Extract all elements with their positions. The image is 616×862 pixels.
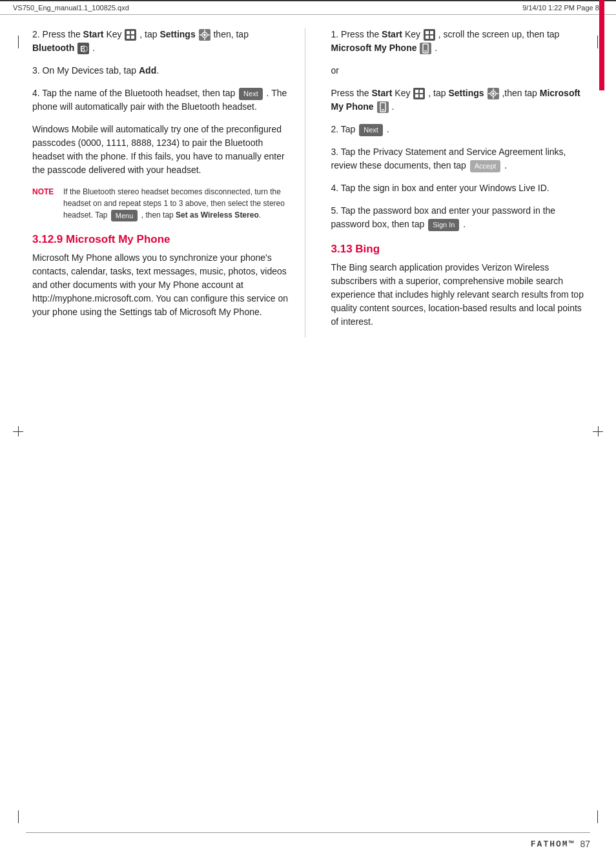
left-column: 2. Press the Start Key , tap Settings th… <box>32 28 305 338</box>
page-header: VS750_Eng_manual1.1_100825.qxd 9/14/10 1… <box>0 0 616 15</box>
right-margin-bar <box>599 0 604 90</box>
right-item-1: 1. Press the Start Key , scroll the scre… <box>331 28 591 55</box>
right-item-5: 5. Tap the password box and enter your p… <box>331 204 591 231</box>
svg-rect-15 <box>424 29 435 41</box>
svg-rect-24 <box>415 90 418 93</box>
header-right: 9/14/10 1:22 PM Page 87 <box>522 4 603 12</box>
section-heading-bing: 3.13 Bing <box>331 243 591 256</box>
top-right-registration <box>597 36 598 48</box>
svg-text:B: B <box>80 45 85 54</box>
svg-point-30 <box>492 92 495 95</box>
svg-rect-27 <box>420 94 423 97</box>
right-item2-text2: . <box>387 124 389 134</box>
settings-icon <box>199 29 210 41</box>
bottom-right-registration <box>597 810 598 823</box>
svg-rect-17 <box>430 31 433 34</box>
settings-icon-r1b <box>488 88 499 99</box>
next-button-r2: Next <box>359 124 383 136</box>
note-text: If the Bluetooth stereo headset becomes … <box>63 186 292 221</box>
item2-text4: . <box>92 43 95 53</box>
menu-button-inline: Menu <box>111 210 138 222</box>
bing-para: The Bing search application provides Ver… <box>331 261 591 329</box>
right-item1b-text2: , tap Settings <box>428 88 486 98</box>
item-3: 3. On My Devices tab, tap Add. <box>32 64 292 77</box>
windows-mobile-para: Windows Mobile will automatically try on… <box>32 123 292 177</box>
svg-rect-4 <box>131 36 134 39</box>
center-left-mark <box>13 426 23 436</box>
svg-rect-26 <box>415 94 418 97</box>
note-block: NOTE If the Bluetooth stereo headset bec… <box>32 186 292 221</box>
item3-text: 3. On My Devices tab, tap Add. <box>32 65 159 76</box>
content-wrapper: 2. Press the Start Key , tap Settings th… <box>0 15 616 351</box>
note-label: NOTE <box>32 186 57 221</box>
svg-rect-19 <box>430 36 433 39</box>
svg-rect-18 <box>426 36 429 39</box>
svg-point-7 <box>203 34 206 36</box>
my-phone-para: Microsoft My Phone allows you to synchro… <box>32 251 292 319</box>
start-key-icon <box>125 29 136 41</box>
svg-rect-25 <box>420 90 423 93</box>
svg-rect-1 <box>127 31 130 34</box>
next-button-inline: Next <box>239 88 263 100</box>
bluetooth-icon: ⬡ B <box>77 43 89 54</box>
right-item-3: 3. Tap the Privacy Statement and Service… <box>331 145 591 172</box>
right-column: 1. Press the Start Key , scroll the scre… <box>325 28 591 338</box>
svg-rect-16 <box>426 31 429 34</box>
my-phone-icon-r1b <box>377 101 389 113</box>
item2-text2: , tap Settings <box>139 29 198 39</box>
windows-mobile-text: Windows Mobile will automatically try on… <box>32 124 285 175</box>
item2-number: 2. Press the Start Key <box>32 29 124 39</box>
item-4: 4. Tap the name of the Bluetooth headset… <box>32 87 292 114</box>
brand-name: FATHOM™ <box>531 839 575 849</box>
bottom-divider <box>26 832 590 833</box>
or-text: or <box>331 65 339 76</box>
center-right-mark <box>593 426 603 436</box>
accept-button-inline: Accept <box>470 160 501 172</box>
right-item1b-text1: Press the Start Key <box>331 88 413 98</box>
svg-rect-3 <box>127 36 130 39</box>
item4-text1: 4. Tap the name of the Bluetooth headset… <box>32 88 238 98</box>
svg-rect-0 <box>125 29 136 41</box>
header-left: VS750_Eng_manual1.1_100825.qxd <box>13 4 129 12</box>
right-item1-text1: 1. Press the Start Key <box>331 29 423 39</box>
right-item-4: 4. Tap the sign in box and enter your Wi… <box>331 181 591 195</box>
or-separator: or <box>331 64 591 77</box>
page-footer: FATHOM™ 87 <box>531 839 590 849</box>
section-heading-my-phone: 3.12.9 Microsoft My Phone <box>32 233 292 246</box>
right-item3-text1: 3. Tap the Privacy Statement and Service… <box>331 147 566 170</box>
right-item4-text: 4. Tap the sign in box and enter your Wi… <box>331 183 549 193</box>
right-item5-text2: . <box>463 219 466 229</box>
svg-rect-2 <box>131 31 134 34</box>
right-item-1b: Press the Start Key , tap Settings ,then… <box>331 87 591 114</box>
my-phone-icon-r1 <box>420 43 431 54</box>
signin-button-inline: Sign In <box>428 219 459 231</box>
right-item1b-text4: . <box>391 101 394 112</box>
svg-rect-23 <box>413 88 425 99</box>
start-key-icon-r1b <box>413 88 425 99</box>
right-item1-text3: . <box>435 43 437 53</box>
page-number: 87 <box>580 839 590 849</box>
right-item3-text2: . <box>504 160 507 170</box>
bottom-left-registration <box>18 810 19 823</box>
right-item-2: 2. Tap Next . <box>331 123 591 136</box>
right-item2-text1: 2. Tap <box>331 124 358 134</box>
item-2: 2. Press the Start Key , tap Settings th… <box>32 28 292 55</box>
top-left-registration <box>18 36 19 48</box>
start-key-icon-r1 <box>424 29 435 41</box>
